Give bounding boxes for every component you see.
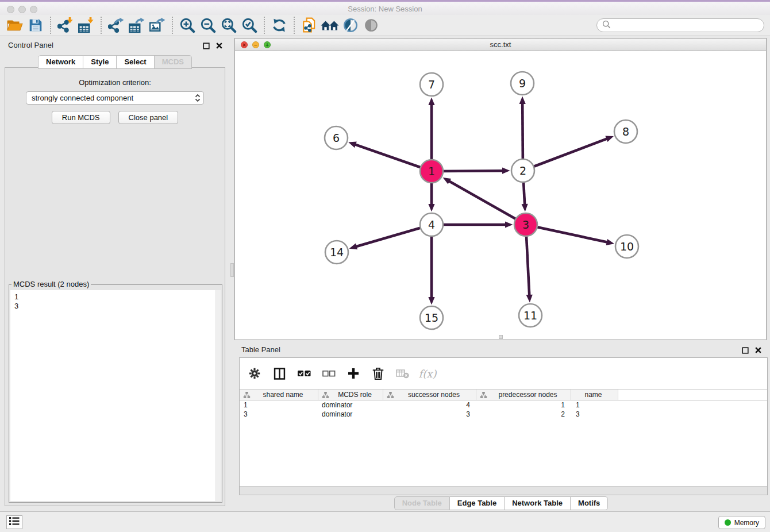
zoom-fit-icon[interactable] [218,16,239,34]
column-header-predecessor-nodes[interactable]: predecessor nodes [476,390,571,400]
graph-node-2[interactable]: 2 [511,159,534,182]
mcds-result-group: MCDS result (2 nodes) 1 3 [9,284,222,503]
network-window: × − + scc.txt 7968124314101511 [234,38,767,340]
column-header-label: shared name [251,391,318,399]
graph-node-6[interactable]: 6 [325,126,348,149]
close-panel-button[interactable]: Close panel [118,111,179,124]
search-box[interactable] [596,18,764,32]
delete-column-icon[interactable] [371,366,386,381]
network-canvas[interactable]: 7968124314101511 [235,51,766,340]
control-panel-tabs: NetworkStyleSelectMCDS [0,55,230,69]
graph-node-3[interactable]: 3 [514,213,537,236]
column-header-shared-name[interactable]: shared name [240,390,318,400]
tab-node-table[interactable]: Node Table [394,496,450,510]
network-window-titlebar[interactable]: × − + scc.txt [235,38,766,51]
home-icon[interactable] [319,16,340,34]
run-mcds-button[interactable]: Run MCDS [52,111,110,124]
tree-icon [387,391,394,399]
column-header-successor-nodes[interactable]: successor nodes [383,390,476,400]
show-graphics-details-icon[interactable] [361,16,382,34]
close-table-panel-icon[interactable] [754,346,762,356]
network-graph[interactable]: 7968124314101511 [235,51,766,340]
status-bar: Memory [0,511,770,532]
result-scrollbar[interactable] [215,290,221,501]
zoom-out-icon[interactable] [198,16,218,34]
graph-edge-3-1[interactable] [443,178,526,225]
tab-motifs[interactable]: Motifs [571,496,608,510]
column-header-label: successor nodes [394,391,476,399]
graph-edge-1-6[interactable] [348,142,432,171]
save-session-icon[interactable] [25,16,46,34]
table-cell: dominator [318,410,383,418]
close-panel-icon[interactable] [215,41,223,52]
mcds-result-title: MCDS result (2 nodes) [11,280,91,288]
table-cell: 4 [383,401,476,409]
graph-node-7[interactable]: 7 [420,73,443,96]
control-panel-content: Optimization criterion: strongly connect… [5,67,225,506]
table-hscrollbar[interactable] [240,486,767,495]
tree-icon [243,391,251,399]
import-network-icon[interactable] [55,16,76,34]
memory-label: Memory [734,519,759,527]
table-cell: 3 [571,410,618,418]
zoom-selected-icon[interactable] [239,16,260,34]
function-builder-icon[interactable]: f(x) [420,366,435,381]
table-row[interactable]: 3dominator323 [240,410,767,419]
svg-text:7: 7 [428,78,435,91]
toggle-graphics-icon[interactable] [340,16,361,34]
toolbar-separator [264,17,265,34]
graph-node-14[interactable]: 14 [325,241,348,264]
fx-label: f(x) [419,368,437,380]
tree-icon [322,391,329,399]
graph-node-4[interactable]: 4 [420,213,443,236]
tab-network[interactable]: Network [38,55,83,69]
split-view-icon[interactable] [272,366,287,381]
toolbar-separator [172,17,173,34]
graph-edge-4-14[interactable] [349,225,432,249]
mcds-result-area[interactable]: 1 3 [10,290,221,501]
import-table-icon[interactable] [76,16,97,34]
table-row[interactable]: 1dominator411 [240,400,767,410]
optimization-criterion-label: Optimization criterion: [5,78,225,87]
graph-node-9[interactable]: 9 [511,72,534,95]
graph-node-15[interactable]: 15 [420,306,443,329]
memory-button[interactable]: Memory [718,516,765,529]
zoom-in-icon[interactable] [177,16,198,34]
graph-node-11[interactable]: 11 [519,304,542,327]
graph-edge-2-8[interactable] [523,136,614,171]
tab-style[interactable]: Style [83,55,117,69]
criterion-select[interactable]: strongly connected component [26,91,204,105]
float-panel-icon[interactable] [203,41,210,52]
column-header-name[interactable]: name [571,390,618,400]
graph-node-8[interactable]: 8 [614,120,637,143]
graph-edge-3-10[interactable] [526,225,614,245]
mcds-result-text: 1 3 [10,290,221,311]
export-table-icon[interactable] [126,16,147,34]
splitter-handle[interactable] [230,263,234,277]
duplicate-network-icon[interactable] [299,16,319,34]
svg-text:2: 2 [519,164,526,177]
graph-node-10[interactable]: 10 [615,235,638,258]
open-session-icon[interactable] [5,16,25,34]
add-column-icon[interactable] [346,366,361,381]
delete-table-icon[interactable] [395,366,410,381]
frame-resize-handle[interactable] [499,335,503,339]
tab-mcds[interactable]: MCDS [155,55,192,69]
refresh-network-icon[interactable] [269,16,290,34]
task-history-button[interactable] [6,515,22,529]
search-input[interactable] [614,21,759,30]
tab-edge-table[interactable]: Edge Table [450,496,505,510]
export-network-icon[interactable] [106,16,126,34]
table-toolbar: f(x) [240,358,767,389]
gear-icon[interactable] [247,366,262,381]
tree-icon [480,391,487,399]
column-header-mcds-role[interactable]: MCDS role [318,390,383,400]
tab-select[interactable]: Select [117,55,154,69]
tab-network-table[interactable]: Network Table [505,496,571,510]
float-table-panel-icon[interactable] [742,346,749,356]
vertical-splitter[interactable] [230,38,234,508]
deselect-all-icon[interactable] [321,366,336,381]
export-image-icon[interactable] [147,16,168,34]
graph-node-1[interactable]: 1 [420,160,443,183]
select-all-icon[interactable] [297,366,311,381]
